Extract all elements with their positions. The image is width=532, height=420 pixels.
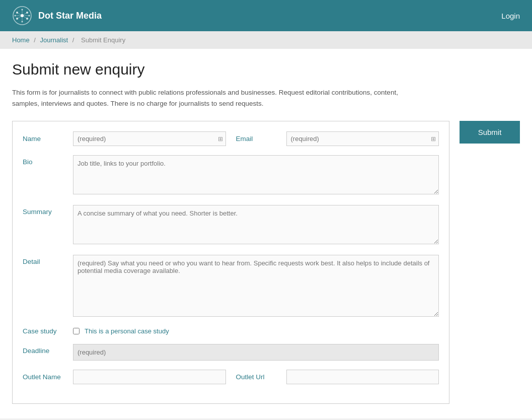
name-input-icon: ⊞ bbox=[218, 135, 223, 143]
detail-field-wrapper bbox=[73, 255, 439, 318]
svg-line-11 bbox=[22, 13, 27, 16]
email-input-icon: ⊞ bbox=[431, 135, 436, 143]
breadcrumb-sep1: / bbox=[34, 36, 37, 44]
svg-line-10 bbox=[17, 13, 22, 16]
outlet-name-field-wrapper bbox=[73, 370, 226, 384]
deadline-label: Deadline bbox=[23, 344, 68, 355]
bio-row: Bio bbox=[23, 155, 439, 196]
outlet-url-input[interactable] bbox=[286, 370, 439, 384]
brand: Dot Star Media bbox=[12, 6, 102, 26]
login-link[interactable]: Login bbox=[501, 12, 520, 20]
header: Dot Star Media Login bbox=[0, 0, 532, 31]
bio-field-wrapper bbox=[73, 155, 439, 196]
email-label: Email bbox=[236, 135, 281, 143]
outlet-name-input[interactable] bbox=[73, 370, 226, 384]
brand-name: Dot Star Media bbox=[38, 11, 102, 21]
case-study-check-text: This is a personal case study bbox=[85, 327, 169, 335]
form-section: Name ⊞ Email ⊞ Bio bbox=[12, 121, 449, 404]
name-email-row: Name ⊞ Email ⊞ bbox=[23, 131, 439, 146]
summary-row: Summary bbox=[23, 205, 439, 246]
outlet-row: Outlet Name Outlet Url bbox=[23, 370, 439, 384]
outlet-name-col: Outlet Name bbox=[23, 370, 226, 384]
summary-field-wrapper bbox=[73, 205, 439, 246]
submit-button[interactable]: Submit bbox=[460, 121, 520, 144]
bio-textarea[interactable] bbox=[73, 155, 439, 194]
breadcrumb-sep2: / bbox=[72, 36, 76, 44]
bio-label: Bio bbox=[23, 155, 68, 166]
email-field-wrapper: ⊞ bbox=[286, 131, 439, 146]
intro-text: This form is for journalists to connect … bbox=[12, 87, 425, 109]
page-title: Submit new enquiry bbox=[12, 61, 520, 78]
page-content: Submit new enquiry This form is for jour… bbox=[0, 49, 532, 418]
email-input[interactable] bbox=[286, 131, 439, 146]
name-input[interactable] bbox=[73, 131, 226, 146]
summary-textarea[interactable] bbox=[73, 205, 439, 244]
breadcrumb-journalist[interactable]: Journalist bbox=[40, 36, 68, 44]
form-side: Submit bbox=[460, 121, 520, 144]
form-wrapper: Name ⊞ Email ⊞ Bio bbox=[12, 121, 520, 404]
outlet-url-field-wrapper bbox=[286, 370, 439, 384]
case-study-row: Case study This is a personal case study bbox=[23, 327, 439, 335]
case-study-checkbox[interactable] bbox=[73, 328, 80, 334]
name-label: Name bbox=[23, 135, 68, 143]
summary-label: Summary bbox=[23, 205, 68, 216]
deadline-row: Deadline bbox=[23, 344, 439, 361]
breadcrumb-current: Submit Enquiry bbox=[81, 36, 125, 44]
svg-line-13 bbox=[22, 16, 27, 19]
outlet-url-col: Outlet Url bbox=[236, 370, 439, 384]
email-col: Email ⊞ bbox=[236, 131, 439, 146]
detail-textarea[interactable] bbox=[73, 255, 439, 317]
deadline-input[interactable] bbox=[73, 344, 439, 361]
detail-row: Detail bbox=[23, 255, 439, 318]
name-field-wrapper: ⊞ bbox=[73, 131, 226, 146]
breadcrumb: Home / Journalist / Submit Enquiry bbox=[0, 31, 532, 49]
deadline-field-wrapper bbox=[73, 344, 439, 361]
case-study-label: Case study bbox=[23, 327, 68, 335]
logo-icon bbox=[12, 6, 32, 26]
breadcrumb-home[interactable]: Home bbox=[12, 36, 30, 44]
name-col: Name ⊞ bbox=[23, 131, 226, 146]
outlet-name-label: Outlet Name bbox=[23, 373, 68, 381]
detail-label: Detail bbox=[23, 255, 68, 265]
svg-line-12 bbox=[17, 16, 22, 19]
outlet-url-label: Outlet Url bbox=[236, 373, 281, 381]
